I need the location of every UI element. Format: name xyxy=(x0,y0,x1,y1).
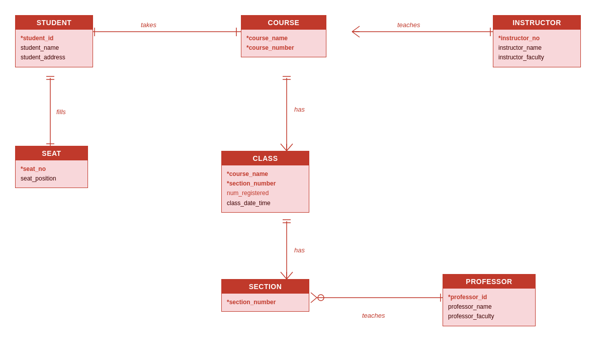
entity-course-header: COURSE xyxy=(241,16,326,30)
rel-teaches-instructor-label: teaches xyxy=(397,21,420,29)
class-field-date-time: class_date_time xyxy=(227,199,304,208)
instructor-field-no: *instructor_no xyxy=(498,34,575,43)
svg-line-21 xyxy=(287,144,293,151)
svg-line-30 xyxy=(311,293,317,298)
entity-course: COURSE *course_name *course_number xyxy=(241,15,326,57)
entity-class: CLASS *course_name *section_number num_r… xyxy=(221,151,309,213)
rel-teaches-professor-label: teaches xyxy=(362,312,385,319)
entity-section: SECTION *section_number xyxy=(221,279,309,312)
entity-student: STUDENT *student_id student_name student… xyxy=(15,15,93,67)
svg-line-31 xyxy=(311,298,317,303)
entity-course-body: *course_name *course_number xyxy=(241,30,326,57)
entity-seat-header: SEAT xyxy=(16,146,88,160)
professor-field-faculty: professor_faculty xyxy=(448,312,530,321)
rel-has-class-label: has xyxy=(294,106,305,113)
entity-student-body: *student_id student_name student_address xyxy=(16,30,93,67)
instructor-field-name: instructor_name xyxy=(498,43,575,53)
entity-professor-body: *professor_id professor_name professor_f… xyxy=(443,289,535,326)
svg-line-9 xyxy=(352,32,360,37)
professor-field-name: professor_name xyxy=(448,302,530,312)
student-field-address: student_address xyxy=(21,53,88,62)
entity-seat-body: *seat_no seat_position xyxy=(16,160,88,188)
entity-class-header: CLASS xyxy=(222,151,309,165)
seat-field-no: *seat_no xyxy=(21,164,82,174)
class-field-num-registered: num_registered xyxy=(227,189,304,198)
svg-line-25 xyxy=(287,272,293,279)
seat-field-position: seat_position xyxy=(21,174,82,184)
svg-line-8 xyxy=(352,26,360,32)
entity-class-body: *course_name *section_number num_registe… xyxy=(222,165,309,212)
entity-section-body: *section_number xyxy=(222,294,309,311)
svg-line-20 xyxy=(281,144,287,151)
class-field-course-name: *course_name xyxy=(227,169,304,179)
entity-seat: SEAT *seat_no seat_position xyxy=(15,146,88,188)
svg-line-24 xyxy=(281,272,287,279)
entity-student-header: STUDENT xyxy=(16,16,93,30)
entity-instructor: INSTRUCTOR *instructor_no instructor_nam… xyxy=(493,15,581,67)
course-field-name: *course_name xyxy=(246,34,321,43)
entity-professor: PROFESSOR *professor_id professor_name p… xyxy=(443,274,536,326)
entity-instructor-header: INSTRUCTOR xyxy=(493,16,580,30)
diagram-container: STUDENT *student_id student_name student… xyxy=(0,0,604,364)
professor-field-id: *professor_id xyxy=(448,293,530,302)
rel-takes-label: takes xyxy=(141,21,156,29)
rel-fills-label: fills xyxy=(56,108,66,116)
instructor-field-faculty: instructor_faculty xyxy=(498,53,575,62)
entity-professor-header: PROFESSOR xyxy=(443,275,535,289)
student-field-name: student_name xyxy=(21,43,88,53)
entity-instructor-body: *instructor_no instructor_name instructo… xyxy=(493,30,580,67)
svg-point-32 xyxy=(318,295,324,301)
class-field-section-number: *section_number xyxy=(227,179,304,189)
student-field-id: *student_id xyxy=(21,34,88,43)
section-field-number: *section_number xyxy=(227,298,304,307)
rel-has-section-label: has xyxy=(294,246,305,254)
course-field-number: *course_number xyxy=(246,43,321,53)
entity-section-header: SECTION xyxy=(222,280,309,294)
